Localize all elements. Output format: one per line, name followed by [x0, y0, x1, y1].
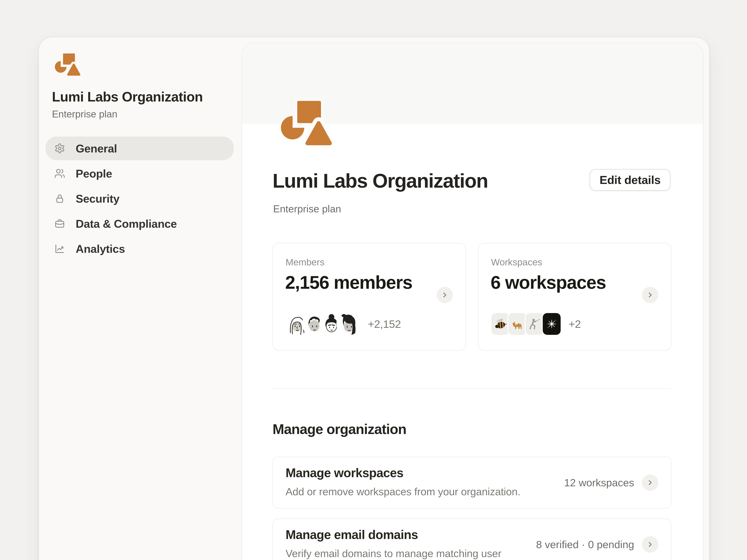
workspace-tile [525, 312, 544, 336]
sidebar-item-general[interactable]: General [46, 136, 234, 160]
members-card[interactable]: Members 2,156 members [273, 243, 466, 351]
sidebar-item-label: People [76, 167, 112, 180]
members-avatar-stack: +2,152 [285, 312, 401, 336]
section-heading: Manage organization [273, 421, 406, 437]
row-description: Verify email domains to manage matching … [286, 548, 501, 559]
org-logo [55, 53, 81, 76]
sidebar-org-name: Lumi Labs Organization [52, 89, 235, 105]
row-title: Manage email domains [286, 528, 418, 542]
manage-workspaces-row[interactable]: Manage workspaces Add or remove workspac… [273, 457, 671, 508]
workspaces-card[interactable]: Workspaces 6 workspaces [478, 243, 671, 351]
row-title: Manage workspaces [286, 466, 404, 480]
gear-icon [54, 143, 65, 154]
users-icon [54, 168, 65, 179]
manage-email-domains-chevron-button[interactable] [642, 536, 658, 553]
line-chart-icon [54, 243, 65, 254]
sidebar-item-label: Data & Compliance [76, 217, 177, 230]
manage-workspaces-chevron-button[interactable] [642, 475, 658, 491]
manage-email-domains-row[interactable]: Manage email domains Verify email domain… [273, 518, 671, 560]
app-window: Lumi Labs Organization Enterprise plan G… [38, 37, 710, 560]
main-panel: Lumi Labs Organization Edit details Ente… [241, 43, 703, 560]
workspaces-chevron-button[interactable] [642, 287, 658, 303]
sidebar-item-label: Analytics [76, 242, 125, 255]
workspace-tile [490, 312, 510, 336]
row-description: Add or remove workspaces from your organ… [286, 485, 520, 498]
workspace-tile [542, 312, 562, 336]
sidebar-org-plan: Enterprise plan [52, 108, 117, 120]
chevron-right-icon [646, 478, 654, 487]
sidebar-item-label: General [76, 142, 117, 155]
page-subtitle: Enterprise plan [273, 203, 341, 215]
sidebar-item-data-compliance[interactable]: Data & Compliance [46, 212, 234, 236]
chevron-right-icon [646, 540, 654, 549]
members-chevron-button[interactable] [437, 287, 453, 303]
chevron-right-icon [646, 291, 654, 299]
section-divider [273, 388, 671, 389]
members-more-count: +2,152 [368, 318, 401, 330]
briefcase-icon [54, 218, 65, 229]
camel-icon [511, 318, 524, 330]
page-title: Lumi Labs Organization [273, 169, 488, 192]
sidebar-item-security[interactable]: Security [46, 187, 234, 210]
screen: { "org": { "name": "Lumi Labs Organizati… [0, 0, 747, 560]
sidebar: Lumi Labs Organization Enterprise plan G… [39, 37, 241, 560]
workspaces-label: Workspaces [491, 257, 542, 268]
edit-details-button[interactable]: Edit details [590, 169, 671, 191]
members-value: 2,156 members [285, 272, 412, 293]
workspaces-more-count: +2 [569, 318, 581, 330]
org-logo-large [281, 101, 333, 145]
sidebar-item-label: Security [76, 192, 120, 205]
chevron-right-icon [440, 291, 449, 299]
sidebar-nav: General People Security [46, 136, 234, 262]
bee-icon [494, 318, 507, 330]
row-meta: 12 workspaces [564, 477, 634, 489]
sidebar-item-people[interactable]: People [46, 162, 234, 185]
workspaces-value: 6 workspaces [491, 272, 606, 293]
members-label: Members [286, 257, 325, 268]
workspace-tile [508, 312, 527, 336]
row-meta: 8 verified · 0 pending [536, 538, 634, 551]
lock-icon [54, 193, 65, 204]
workspace-tile-stack: +2 [490, 312, 581, 336]
sparkler-icon [545, 318, 558, 330]
avatar [336, 312, 361, 336]
sidebar-item-analytics[interactable]: Analytics [46, 237, 234, 261]
fencer-icon [528, 318, 541, 330]
